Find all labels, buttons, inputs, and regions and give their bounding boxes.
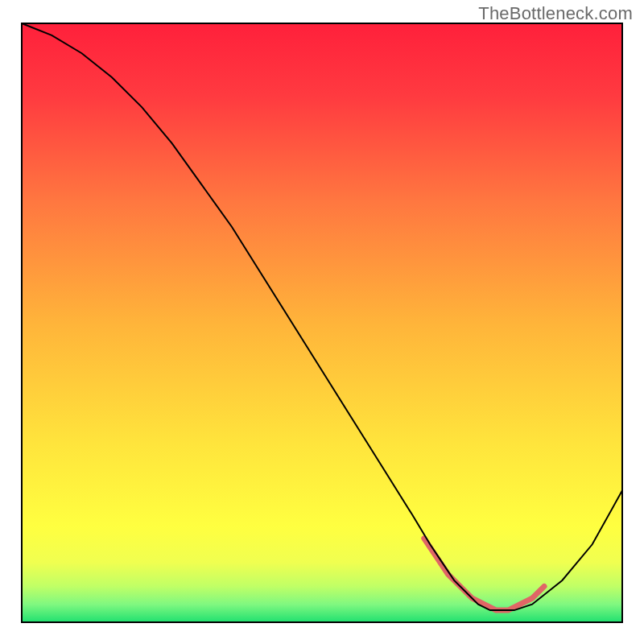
- chart-container: TheBottleneck.com: [0, 0, 644, 644]
- plot-gradient-background: [22, 23, 622, 622]
- watermark-text: TheBottleneck.com: [478, 3, 633, 24]
- bottleneck-curve-plot: [0, 0, 644, 644]
